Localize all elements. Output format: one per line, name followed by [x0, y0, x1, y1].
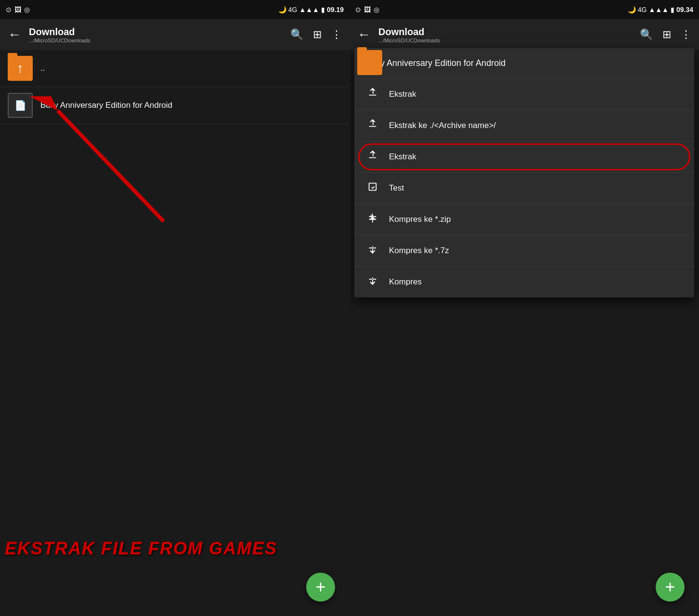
- left-toolbar-actions: 🔍 ⊞ ⋮: [286, 25, 346, 45]
- signal-icon: ▲▲▲: [299, 6, 319, 13]
- left-status-right: 🌙 4G ▲▲▲ ▮ 09.19: [278, 6, 344, 13]
- menu-label-ekstrak1: Ekstrak: [389, 90, 416, 99]
- right-grid-icon[interactable]: ⊞: [659, 25, 675, 45]
- left-toolbar: ← Download .../MicroSD/UCDownloads 🔍 ⊞ ⋮: [0, 19, 350, 50]
- notification-icon: ⊙: [355, 6, 361, 13]
- 4g-icon: 4G: [638, 6, 647, 13]
- right-folder-icon: [357, 50, 382, 75]
- menu-item-kompres[interactable]: Kompres: [354, 267, 694, 297]
- upload-icon: [366, 119, 379, 132]
- folder-icon: ↑: [8, 56, 33, 81]
- right-time: 09.34: [676, 6, 693, 13]
- list-item[interactable]: 📄 Bully Anniversary Edition for Android: [0, 87, 350, 124]
- context-menu: Bully Anniversary Edition for Android Ek…: [354, 48, 694, 297]
- left-toolbar-title-block: Download .../MicroSD/UCDownloads: [29, 26, 283, 43]
- right-back-button[interactable]: ←: [353, 23, 375, 46]
- checkbox-icon: [366, 181, 379, 195]
- menu-label-test: Test: [389, 183, 404, 193]
- menu-item-ekstrak1[interactable]: Ekstrak: [354, 79, 694, 110]
- menu-item-kompres-7z[interactable]: Kompres ke *.7z: [354, 235, 694, 267]
- download-icon: [366, 275, 379, 289]
- download-icon: [366, 244, 379, 257]
- moon-icon: 🌙: [628, 6, 636, 13]
- left-status-bar: ⊙ 🖼 ◎ 🌙 4G ▲▲▲ ▮ 09.19: [0, 0, 350, 19]
- menu-label-ekstrak2: Ekstrak: [389, 152, 416, 162]
- right-fab-button[interactable]: +: [656, 573, 685, 602]
- right-toolbar-title-block: Download .../MicroSD/UCDownloads: [378, 26, 632, 43]
- right-status-bar: ⊙ 🖼 ◎ 🌙 4G ▲▲▲ ▮ 09.34: [350, 0, 699, 19]
- context-menu-header: Bully Anniversary Edition for Android: [354, 48, 694, 79]
- right-toolbar: ← Download .../MicroSD/UCDownloads 🔍 ⊞ ⋮: [350, 19, 699, 50]
- moon-icon: 🌙: [278, 6, 286, 13]
- menu-item-test[interactable]: Test: [354, 173, 694, 204]
- 4g-icon: 4G: [288, 6, 298, 13]
- left-back-button[interactable]: ←: [4, 23, 25, 46]
- left-status-icons: ⊙ 🖼 ◎: [6, 6, 30, 13]
- left-fab-button[interactable]: +: [306, 573, 335, 602]
- right-phone-panel: ⊙ 🖼 ◎ 🌙 4G ▲▲▲ ▮ 09.34 ← Download .../Mi…: [350, 0, 699, 616]
- menu-label-kompres: Kompres: [389, 277, 422, 287]
- right-toolbar-actions: 🔍 ⊞ ⋮: [636, 25, 695, 45]
- left-toolbar-subtitle: .../MicroSD/UCDownloads: [29, 38, 283, 43]
- left-toolbar-title: Download: [29, 26, 283, 38]
- right-toolbar-subtitle: .../MicroSD/UCDownloads: [378, 38, 632, 43]
- right-status-right: 🌙 4G ▲▲▲ ▮ 09.34: [628, 6, 693, 13]
- menu-item-kompres-zip[interactable]: Kompres ke *.zip: [354, 204, 694, 235]
- right-more-icon[interactable]: ⋮: [677, 25, 695, 45]
- image-icon: 🖼: [364, 6, 371, 13]
- download-icon: [366, 213, 379, 226]
- parent-folder-name: ..: [40, 64, 45, 73]
- left-phone-panel: ⊙ 🖼 ◎ 🌙 4G ▲▲▲ ▮ 09.19 ← Download .../Mi…: [0, 0, 350, 616]
- location-icon: ◎: [374, 6, 379, 13]
- zip-icon: 📄: [8, 93, 33, 118]
- menu-item-ekstrak-ke[interactable]: Ekstrak ke ./<Archive name>/: [354, 110, 694, 141]
- menu-label-ekstrak-ke: Ekstrak ke ./<Archive name>/: [389, 121, 496, 130]
- menu-label-kompres-7z: Kompres ke *.7z: [389, 246, 449, 256]
- menu-item-ekstrak2[interactable]: Ekstrak: [354, 141, 694, 173]
- left-more-icon[interactable]: ⋮: [327, 25, 346, 45]
- location-icon: ◎: [24, 6, 30, 13]
- right-toolbar-title: Download: [378, 26, 632, 38]
- upload-icon: [366, 88, 379, 101]
- bully-file-name: Bully Anniversary Edition for Android: [40, 101, 172, 110]
- left-grid-icon[interactable]: ⊞: [309, 25, 325, 45]
- left-time: 09.19: [327, 6, 344, 13]
- notification-icon: ⊙: [6, 6, 12, 13]
- list-item[interactable]: ↑ ..: [0, 50, 350, 87]
- menu-label-kompres-zip: Kompres ke *.zip: [389, 215, 451, 224]
- left-search-icon[interactable]: 🔍: [286, 25, 307, 45]
- battery-icon: ▮: [321, 6, 325, 13]
- image-icon: 🖼: [14, 6, 21, 13]
- signal-icon: ▲▲▲: [648, 6, 669, 13]
- upload-icon: [366, 150, 379, 164]
- left-file-list: ↑ .. 📄 Bully Anniversary Edition for And…: [0, 50, 350, 616]
- right-search-icon[interactable]: 🔍: [636, 25, 657, 45]
- right-status-icons: ⊙ 🖼 ◎: [355, 6, 379, 13]
- battery-icon: ▮: [671, 6, 674, 13]
